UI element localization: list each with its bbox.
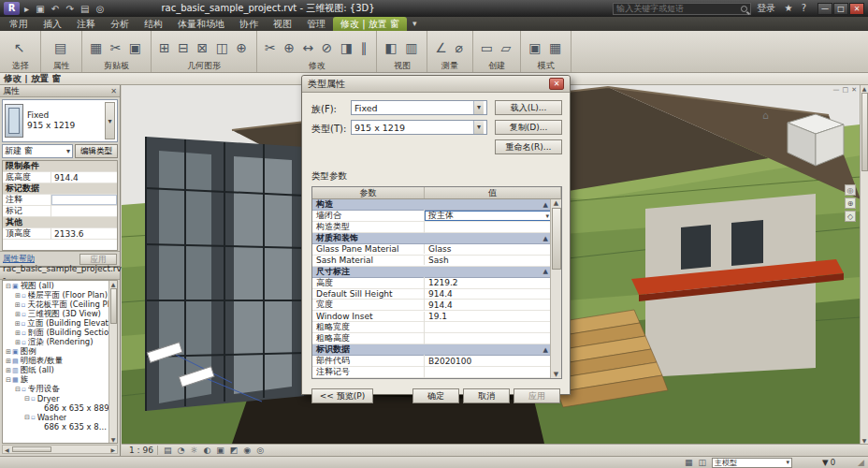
param-value[interactable]: 914.4: [425, 300, 552, 310]
view-restore-icon[interactable]: □: [843, 86, 849, 94]
worksets-icon[interactable]: ▦: [685, 458, 693, 467]
param-value[interactable]: Glass: [425, 244, 552, 255]
preview-button[interactable]: << 预览(P): [311, 388, 373, 403]
tree-expander-icon[interactable]: ⊞: [5, 367, 12, 374]
tree-expander-icon[interactable]: ⊞: [5, 358, 12, 365]
ribbon-group-icons[interactable]: ◧ ▥: [384, 34, 419, 61]
ribbon-tab[interactable]: 管理: [299, 17, 333, 31]
tree-expander-icon[interactable]: ⊞: [14, 311, 22, 318]
type-param-row[interactable]: 高度 1219.2: [312, 278, 552, 289]
apply-button[interactable]: 应用: [514, 388, 560, 403]
property-row[interactable]: 顶高度 2133.6: [3, 228, 117, 240]
design-options-icon[interactable]: ◫: [699, 458, 707, 467]
ribbon-group-icons[interactable]: ⊞ ⊟ ⊠ ◫ ⊕: [159, 34, 249, 61]
ribbon-tab[interactable]: 分析: [103, 17, 137, 31]
redo-icon[interactable]: ↷: [65, 4, 73, 14]
filter-icon[interactable]: ▼: [822, 458, 829, 467]
canvas-vertical-scrollbar[interactable]: ▲ ▼: [860, 85, 868, 444]
tree-expander-icon[interactable]: ⊟: [5, 283, 12, 290]
favorites-star-icon[interactable]: ★: [785, 3, 793, 13]
temporary-hide-icon[interactable]: ◉: [243, 446, 251, 455]
scroll-down-icon[interactable]: ▼: [862, 437, 867, 444]
ribbon-group[interactable]: ◧ ▥ 视图: [377, 31, 427, 72]
ribbon-group-label[interactable]: 测量: [435, 61, 464, 71]
tree-expander-icon[interactable]: ⊟: [14, 386, 22, 393]
ribbon-tab[interactable]: 体量和场地: [170, 17, 232, 31]
param-value-text[interactable]: 914.4: [428, 289, 453, 299]
type-param-row[interactable]: 材质和装饰 ▲: [312, 233, 552, 244]
apply-button[interactable]: 应用: [80, 254, 117, 265]
save-icon[interactable]: ▣: [36, 4, 44, 14]
property-value[interactable]: 914.4: [51, 173, 117, 183]
load-button[interactable]: 载入(L)...: [495, 100, 562, 115]
crop-view-icon[interactable]: ▣: [216, 446, 224, 455]
chevron-down-icon[interactable]: ▾: [473, 121, 484, 134]
param-value[interactable]: [425, 367, 552, 377]
ribbon-group-icons[interactable]: ✂ ⊕ ↔ ⊘ ◨ ∥: [265, 34, 369, 61]
ribbon-group-label[interactable]: 模式: [528, 61, 563, 71]
app-logo-icon[interactable]: R: [4, 2, 20, 15]
param-value-text[interactable]: Glass: [428, 244, 451, 254]
search-input[interactable]: [616, 4, 738, 13]
search-icon[interactable]: [741, 6, 747, 12]
open-icon[interactable]: ▸: [24, 4, 29, 14]
param-value[interactable]: 1219.2: [425, 278, 552, 288]
sun-path-icon[interactable]: ☼: [190, 446, 197, 455]
ribbon-group-icons[interactable]: ▤: [49, 34, 74, 61]
scroll-right-icon[interactable]: ▶: [108, 446, 117, 453]
param-value-text[interactable]: B2020100: [428, 357, 471, 366]
tree-item[interactable]: ⊟ ▦ 族: [3, 375, 117, 385]
selection-filter[interactable]: ▼ 0: [822, 458, 835, 467]
ribbon-tab[interactable]: 常用: [2, 17, 36, 31]
tree-horizontal-scrollbar[interactable]: ◀ ▶: [2, 445, 118, 454]
scrollbar-thumb[interactable]: [861, 93, 868, 171]
property-value[interactable]: [51, 195, 117, 205]
reveal-hidden-icon[interactable]: ◎: [256, 446, 264, 455]
tree-expander-icon[interactable]: ⊞: [14, 320, 21, 328]
chevron-down-icon[interactable]: ▾: [787, 459, 790, 466]
ribbon-group-icons[interactable]: ∠ ⌀: [435, 34, 464, 61]
param-value-text[interactable]: 914.4: [428, 300, 453, 310]
tree-item[interactable]: 686 x 635 x 889: [3, 403, 117, 413]
ribbon-group[interactable]: ✂ ⊕ ↔ ⊘ ◨ ∥ 修改: [257, 31, 377, 72]
tree-item[interactable]: ⊟ ▫ Washer: [3, 413, 117, 422]
scroll-down-icon[interactable]: ▼: [554, 371, 558, 378]
param-value[interactable]: 19.1: [425, 311, 552, 321]
ribbon-tab[interactable]: 修改 | 放置 窗: [333, 17, 407, 31]
crop-visibility-icon[interactable]: ◩: [230, 446, 239, 455]
close-icon[interactable]: ✕: [549, 78, 564, 90]
steering-wheel-icon[interactable]: ◎: [845, 184, 856, 196]
ribbon-group[interactable]: ▭ ▱ 创建: [473, 31, 521, 72]
scroll-up-icon[interactable]: ▲: [111, 281, 116, 287]
ribbon-tab[interactable]: 结构: [137, 17, 170, 31]
ribbon-group-icons[interactable]: ▣ ▦: [528, 34, 563, 61]
param-value[interactable]: [425, 222, 552, 232]
ribbon-group-icons[interactable]: ▦ ✂ ▣: [90, 34, 143, 61]
tree-expander-icon[interactable]: ⊞: [5, 348, 12, 356]
undo-icon[interactable]: ↶: [51, 4, 59, 14]
help-icon[interactable]: ?: [802, 3, 806, 13]
param-value-text[interactable]: 19.1: [428, 312, 447, 321]
scroll-left-icon[interactable]: ◀: [3, 446, 11, 453]
tree-expander-icon[interactable]: ⊟: [23, 414, 31, 421]
param-value-text[interactable]: 1219.2: [428, 278, 458, 287]
scrollbar-thumb[interactable]: [552, 208, 561, 270]
ribbon-group-label[interactable]: 属性: [49, 61, 74, 71]
type-combo[interactable]: 915 x 1219 ▾: [351, 120, 487, 135]
viewcube-home-icon[interactable]: ⌂: [762, 110, 769, 122]
tree-item[interactable]: ⊟ ▫ 专用设备: [3, 385, 117, 394]
close-icon[interactable]: ✕: [849, 3, 864, 15]
shadows-icon[interactable]: ◐: [203, 446, 210, 455]
ribbon-minimize-icon[interactable]: ▾: [412, 17, 417, 31]
ribbon-group[interactable]: ▣ ▦ 模式: [521, 31, 571, 72]
chevron-down-icon[interactable]: ▾: [473, 101, 484, 114]
ribbon-group[interactable]: ⊞ ⊟ ⊠ ◫ ⊕ 几何图形: [152, 31, 257, 72]
minimize-icon[interactable]: —: [817, 3, 832, 15]
view-close-icon[interactable]: ✕: [851, 86, 857, 94]
ribbon-group[interactable]: ▦ ✂ ▣ 剪贴板: [82, 31, 152, 72]
param-value[interactable]: Sash: [425, 256, 552, 266]
sync-icon[interactable]: ◎: [96, 4, 105, 14]
scroll-up-icon[interactable]: ▲: [862, 85, 867, 92]
ok-button[interactable]: 确定: [412, 388, 459, 403]
ribbon-group[interactable]: ▤ 属性: [41, 31, 82, 72]
